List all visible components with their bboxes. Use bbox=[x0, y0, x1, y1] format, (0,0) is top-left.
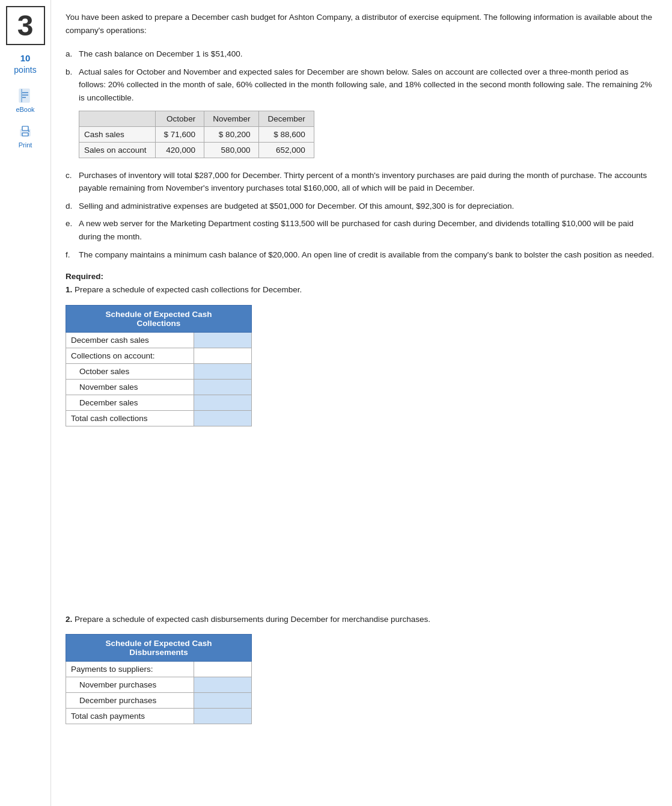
ebook-button[interactable]: eBook bbox=[16, 87, 34, 113]
list-item-d: d. Selling and administrative expenses a… bbox=[66, 200, 658, 213]
payments-to-suppliers-label: Payments to suppliers: bbox=[66, 662, 194, 677]
required-item-2-text: Prepare a schedule of expected cash disb… bbox=[75, 615, 430, 624]
november-sales-value[interactable] bbox=[194, 379, 252, 395]
list-label-d: d. bbox=[66, 200, 79, 213]
list-item-b: b. Actual sales for October and November… bbox=[66, 66, 658, 105]
required-section: Required: 1. Prepare a schedule of expec… bbox=[66, 272, 658, 724]
list-body-b: Actual sales for October and November an… bbox=[79, 66, 658, 105]
print-button[interactable]: Print bbox=[17, 123, 34, 149]
table-row: Total cash collections bbox=[66, 410, 252, 426]
list-item-c: c. Purchases of inventory will total $28… bbox=[66, 169, 658, 195]
collections-on-account-label: Collections on account: bbox=[66, 348, 194, 363]
col-december: December bbox=[259, 111, 314, 126]
account-sales-oct: 420,000 bbox=[155, 142, 204, 158]
col-october: October bbox=[155, 111, 204, 126]
list-body-d: Selling and administrative expenses are … bbox=[79, 200, 658, 213]
table-row: Sales on account 420,000 580,000 652,000 bbox=[79, 142, 314, 158]
main-content: You have been asked to prepare a Decembe… bbox=[51, 0, 672, 806]
total-cash-payments-value[interactable] bbox=[194, 709, 252, 724]
list-label-b: b. bbox=[66, 66, 79, 105]
svg-rect-0 bbox=[19, 89, 29, 102]
question-number: 3 bbox=[6, 6, 45, 45]
november-purchases-value[interactable] bbox=[194, 677, 252, 693]
list-item-a: a. The cash balance on December 1 is $51… bbox=[66, 48, 658, 61]
total-cash-collections-value[interactable] bbox=[194, 410, 252, 426]
row-cash-sales-label: Cash sales bbox=[79, 126, 156, 142]
required-item-1: 1. Prepare a schedule of expected cash c… bbox=[66, 283, 658, 297]
col-november: November bbox=[204, 111, 259, 126]
print-label: Print bbox=[19, 141, 32, 149]
table-row: Total cash payments bbox=[66, 709, 252, 724]
table-row: Cash sales $ 71,600 $ 80,200 $ 88,600 bbox=[79, 126, 314, 142]
october-sales-label: October sales bbox=[66, 363, 194, 379]
list-label-c: c. bbox=[66, 169, 79, 195]
required-item-2-number: 2. bbox=[66, 615, 72, 624]
payments-to-suppliers-value bbox=[194, 662, 252, 677]
december-sales-value[interactable] bbox=[194, 395, 252, 410]
list-label-e: e. bbox=[66, 217, 79, 243]
november-sales-label: November sales bbox=[66, 379, 194, 395]
row-account-sales-label: Sales on account bbox=[79, 142, 156, 158]
sales-data-table: October November December Cash sales $ 7… bbox=[79, 111, 314, 158]
table-row: December sales bbox=[66, 395, 252, 410]
disbursements-schedule-table: Schedule of Expected Cash Disbursements … bbox=[66, 634, 252, 724]
intro-text: You have been asked to prepare a Decembe… bbox=[66, 11, 658, 37]
december-purchases-label: December purchases bbox=[66, 693, 194, 709]
ebook-label: eBook bbox=[16, 106, 34, 113]
table-row: November purchases bbox=[66, 677, 252, 693]
cash-sales-dec: $ 88,600 bbox=[259, 126, 314, 142]
list-items: a. The cash balance on December 1 is $51… bbox=[66, 48, 658, 261]
total-cash-collections-label: Total cash collections bbox=[66, 410, 194, 426]
list-label-f: f. bbox=[66, 248, 79, 262]
collections-on-account-value bbox=[194, 348, 252, 363]
december-cash-sales-value[interactable] bbox=[194, 332, 252, 348]
list-label-a: a. bbox=[66, 48, 79, 61]
sidebar: 3 10 points eBook Print bbox=[0, 0, 51, 806]
account-sales-dec: 652,000 bbox=[259, 142, 314, 158]
table-row: Payments to suppliers: bbox=[66, 662, 252, 677]
list-item-e: e. A new web server for the Marketing De… bbox=[66, 217, 658, 243]
svg-rect-1 bbox=[21, 89, 22, 102]
spacer bbox=[66, 445, 658, 613]
table-row: December purchases bbox=[66, 693, 252, 709]
required-item-1-number: 1. bbox=[66, 285, 72, 294]
total-cash-payments-label: Total cash payments bbox=[66, 709, 194, 724]
list-body-e: A new web server for the Marketing Depar… bbox=[79, 217, 658, 243]
required-item-1-text: Prepare a schedule of expected cash coll… bbox=[75, 285, 302, 294]
required-item-2: 2. Prepare a schedule of expected cash d… bbox=[66, 613, 658, 626]
svg-rect-7 bbox=[22, 133, 28, 136]
account-sales-nov: 580,000 bbox=[204, 142, 259, 158]
table-row: December cash sales bbox=[66, 332, 252, 348]
december-purchases-value[interactable] bbox=[194, 693, 252, 709]
svg-rect-6 bbox=[22, 126, 28, 131]
december-sales-label: December sales bbox=[66, 395, 194, 410]
required-label: Required: bbox=[66, 272, 658, 281]
november-purchases-label: November purchases bbox=[66, 677, 194, 693]
cash-sales-oct: $ 71,600 bbox=[155, 126, 204, 142]
list-body-c: Purchases of inventory will total $287,0… bbox=[79, 169, 658, 195]
list-body-a: The cash balance on December 1 is $51,40… bbox=[79, 48, 658, 61]
table-row: Collections on account: bbox=[66, 348, 252, 363]
collections-schedule-title: Schedule of Expected Cash Collections bbox=[66, 305, 252, 332]
collections-schedule-table: Schedule of Expected Cash Collections De… bbox=[66, 305, 252, 426]
table-row: October sales bbox=[66, 363, 252, 379]
list-item-f: f. The company maintains a minimum cash … bbox=[66, 248, 658, 262]
december-cash-sales-label: December cash sales bbox=[66, 332, 194, 348]
list-body-f: The company maintains a minimum cash bal… bbox=[79, 248, 658, 262]
disbursements-schedule-title: Schedule of Expected Cash Disbursements bbox=[66, 635, 252, 662]
cash-sales-nov: $ 80,200 bbox=[204, 126, 259, 142]
svg-point-8 bbox=[28, 131, 29, 132]
points-display: 10 points bbox=[14, 52, 36, 75]
october-sales-value[interactable] bbox=[194, 363, 252, 379]
table-row: November sales bbox=[66, 379, 252, 395]
